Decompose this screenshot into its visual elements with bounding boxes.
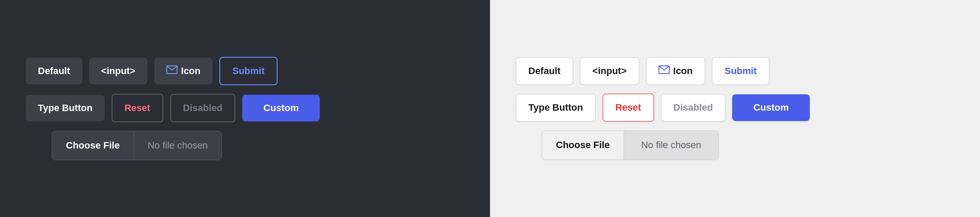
light-submit-label: Submit	[724, 65, 757, 76]
dark-input-label: <input>	[101, 65, 135, 77]
light-reset-label: Reset	[615, 102, 641, 113]
light-reset-button[interactable]: Reset	[602, 93, 654, 122]
dark-default-button[interactable]: Default	[26, 58, 82, 84]
dark-row-2: Type Button Reset Disabled Custom	[26, 94, 320, 122]
dark-reset-label: Reset	[125, 102, 150, 113]
light-icon-button[interactable]: Icon	[646, 57, 705, 85]
light-typebutton-label: Type Button	[528, 102, 583, 113]
dark-typebutton-label: Type Button	[38, 102, 93, 114]
light-choose-file-label: Choose File	[556, 140, 610, 150]
light-icon-label: Icon	[673, 65, 693, 77]
mail-icon-light	[659, 65, 670, 77]
dark-choose-file-button[interactable]: Choose File	[52, 131, 134, 160]
dark-submit-button[interactable]: Submit	[219, 57, 278, 85]
light-disabled-button[interactable]: Disabled	[661, 94, 726, 121]
dark-disabled-button[interactable]: Disabled	[170, 94, 236, 122]
light-custom-button[interactable]: Custom	[732, 94, 810, 121]
dark-input-button[interactable]: <input>	[89, 58, 147, 84]
dark-icon-label: Icon	[181, 65, 200, 77]
light-input-label: <input>	[593, 65, 627, 77]
dark-no-file-label: No file chosen	[134, 131, 222, 160]
mail-icon	[166, 65, 178, 77]
dark-icon-button[interactable]: Icon	[154, 58, 212, 84]
light-choose-file-button[interactable]: Choose File	[542, 131, 624, 159]
light-file-input[interactable]: Choose File No file chosen	[542, 130, 719, 160]
dark-file-input[interactable]: Choose File No file chosen	[52, 131, 222, 160]
light-submit-button[interactable]: Submit	[712, 57, 769, 85]
dark-disabled-label: Disabled	[183, 102, 223, 113]
light-input-button[interactable]: <input>	[580, 57, 639, 85]
dark-custom-label: Custom	[263, 102, 299, 113]
light-no-file-label: No file chosen	[624, 131, 718, 159]
light-row-1: Default <input> Icon Submit	[516, 57, 769, 85]
light-custom-label: Custom	[753, 102, 789, 113]
dark-reset-button[interactable]: Reset	[112, 94, 163, 122]
dark-default-label: Default	[38, 65, 70, 77]
light-default-button[interactable]: Default	[516, 57, 573, 85]
dark-choose-file-label: Choose File	[66, 140, 120, 151]
light-typebutton-button[interactable]: Type Button	[516, 94, 596, 121]
dark-typebutton-button[interactable]: Type Button	[26, 95, 105, 121]
dark-custom-button[interactable]: Custom	[242, 95, 320, 121]
dark-row-1: Default <input> Icon Submit	[26, 57, 278, 85]
dark-panel: Default <input> Icon Submit Type Button …	[0, 0, 490, 217]
light-panel: Default <input> Icon Submit Type Button …	[490, 0, 980, 217]
light-default-label: Default	[528, 65, 561, 77]
dark-submit-label: Submit	[232, 65, 265, 76]
light-row-2: Type Button Reset Disabled Custom	[516, 93, 810, 122]
light-disabled-label: Disabled	[674, 102, 713, 113]
